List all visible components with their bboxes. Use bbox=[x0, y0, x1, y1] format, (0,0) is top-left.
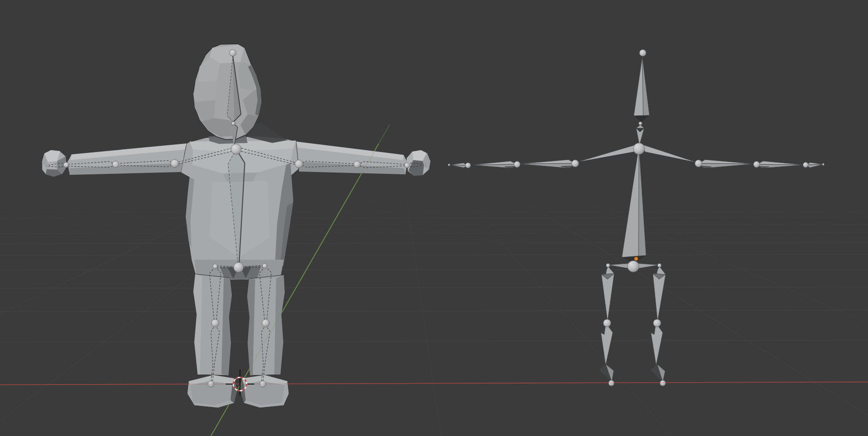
viewport-3d[interactable] bbox=[0, 0, 868, 436]
armature-origin-dot bbox=[634, 257, 638, 261]
viewport-window[interactable] bbox=[0, 0, 868, 436]
character-foot-right bbox=[240, 375, 289, 408]
